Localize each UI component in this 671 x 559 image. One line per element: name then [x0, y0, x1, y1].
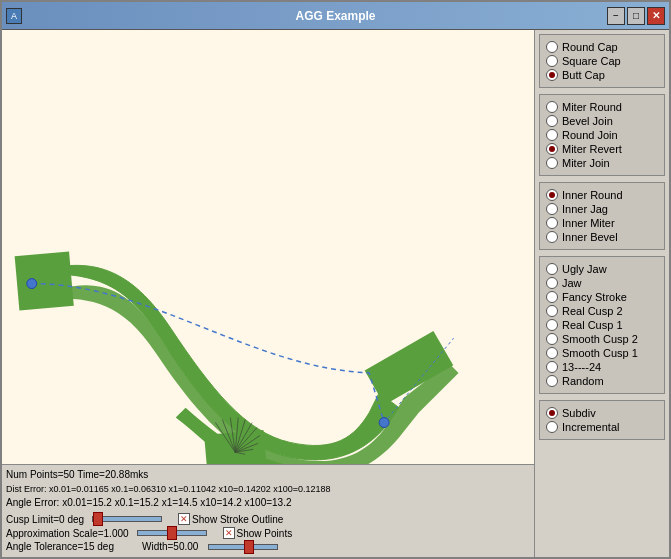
round-join-label: Round Join [562, 129, 618, 141]
square-cap-radio[interactable] [546, 55, 558, 67]
inner-miter-item[interactable]: Inner Miter [546, 217, 658, 229]
approx-scale-label: Approximation Scale=1.000 [6, 528, 129, 539]
smooth-cusp-1-label: Smooth Cusp 1 [562, 347, 638, 359]
random-item[interactable]: Random [546, 375, 658, 387]
jaw-radio[interactable] [546, 277, 558, 289]
canvas-area: Num Points=50 Time=20.88mks Dist Error: … [2, 30, 534, 557]
miter-round-label: Miter Round [562, 101, 622, 113]
inner-jag-radio[interactable] [546, 203, 558, 215]
ugly-jaw-label: Ugly Jaw [562, 263, 607, 275]
round-cap-item[interactable]: Round Cap [546, 41, 658, 53]
cusp-group: Ugly Jaw Jaw Fancy Stroke Real Cusp 2 Re… [539, 256, 665, 394]
miter-join-label: Miter Join [562, 157, 610, 169]
ugly-jaw-radio[interactable] [546, 263, 558, 275]
cusp-limit-row: Cusp Limit=0 deg Show Stroke Outline [6, 513, 530, 525]
show-stroke-checkbox-row: Show Stroke Outline [178, 513, 283, 525]
status-line-1: Num Points=50 Time=20.88mks [6, 468, 530, 482]
dash-13-radio[interactable] [546, 361, 558, 373]
real-cusp-1-radio[interactable] [546, 319, 558, 331]
jaw-item[interactable]: Jaw [546, 277, 658, 289]
subdiv-group: Subdiv Incremental [539, 400, 665, 440]
butt-cap-radio[interactable] [546, 69, 558, 81]
random-label: Random [562, 375, 604, 387]
fancy-stroke-label: Fancy Stroke [562, 291, 627, 303]
inner-miter-label: Inner Miter [562, 217, 615, 229]
subdiv-label: Subdiv [562, 407, 596, 419]
inner-jag-label: Inner Jag [562, 203, 608, 215]
angle-width-row: Angle Tolerance=15 deg Width=50.00 [6, 541, 530, 552]
title-bar-left: A [6, 8, 22, 24]
maximize-button[interactable]: □ [627, 7, 645, 25]
miter-revert-radio[interactable] [546, 143, 558, 155]
round-join-radio[interactable] [546, 129, 558, 141]
dash-13-label: 13----24 [562, 361, 601, 373]
window-title: AGG Example [295, 9, 375, 23]
inner-round-radio[interactable] [546, 189, 558, 201]
bevel-join-label: Bevel Join [562, 115, 613, 127]
svg-rect-1 [15, 251, 74, 310]
dash-13-item[interactable]: 13----24 [546, 361, 658, 373]
bevel-join-radio[interactable] [546, 115, 558, 127]
jaw-label: Jaw [562, 277, 582, 289]
cusp-limit-slider[interactable] [92, 516, 162, 522]
show-points-checkbox[interactable] [223, 527, 235, 539]
square-cap-label: Square Cap [562, 55, 621, 67]
svg-point-5 [27, 279, 37, 289]
square-cap-item[interactable]: Square Cap [546, 55, 658, 67]
smooth-cusp-2-item[interactable]: Smooth Cusp 2 [546, 333, 658, 345]
inner-jag-item[interactable]: Inner Jag [546, 203, 658, 215]
miter-revert-label: Miter Revert [562, 143, 622, 155]
close-button[interactable]: ✕ [647, 7, 665, 25]
main-window: A AGG Example − □ ✕ [0, 0, 671, 559]
round-cap-label: Round Cap [562, 41, 618, 53]
miter-revert-item[interactable]: Miter Revert [546, 143, 658, 155]
approx-scale-slider[interactable] [137, 530, 207, 536]
content-area: Num Points=50 Time=20.88mks Dist Error: … [2, 30, 669, 557]
title-buttons: − □ ✕ [607, 7, 665, 25]
miter-round-radio[interactable] [546, 101, 558, 113]
show-stroke-label: Show Stroke Outline [192, 514, 283, 525]
butt-cap-item[interactable]: Butt Cap [546, 69, 658, 81]
show-points-checkbox-row: Show Points [223, 527, 293, 539]
approx-scale-row: Approximation Scale=1.000 Show Points [6, 527, 530, 539]
join-group: Miter Round Bevel Join Round Join Miter … [539, 94, 665, 176]
round-cap-radio[interactable] [546, 41, 558, 53]
miter-join-radio[interactable] [546, 157, 558, 169]
real-cusp-2-radio[interactable] [546, 305, 558, 317]
incremental-radio[interactable] [546, 421, 558, 433]
random-radio[interactable] [546, 375, 558, 387]
round-join-item[interactable]: Round Join [546, 129, 658, 141]
inner-round-item[interactable]: Inner Round [546, 189, 658, 201]
inner-bevel-item[interactable]: Inner Bevel [546, 231, 658, 243]
smooth-cusp-1-radio[interactable] [546, 347, 558, 359]
inner-group: Inner Round Inner Jag Inner Miter Inner … [539, 182, 665, 250]
inner-miter-radio[interactable] [546, 217, 558, 229]
ugly-jaw-item[interactable]: Ugly Jaw [546, 263, 658, 275]
width-slider[interactable] [208, 544, 278, 550]
real-cusp-2-label: Real Cusp 2 [562, 305, 623, 317]
show-stroke-checkbox[interactable] [178, 513, 190, 525]
width-label: Width=50.00 [142, 541, 198, 552]
show-points-label: Show Points [237, 528, 293, 539]
cap-group: Round Cap Square Cap Butt Cap [539, 34, 665, 88]
miter-round-item[interactable]: Miter Round [546, 101, 658, 113]
bottom-controls: Num Points=50 Time=20.88mks Dist Error: … [2, 464, 534, 557]
miter-join-item[interactable]: Miter Join [546, 157, 658, 169]
minimize-button[interactable]: − [607, 7, 625, 25]
subdiv-radio[interactable] [546, 407, 558, 419]
real-cusp-1-item[interactable]: Real Cusp 1 [546, 319, 658, 331]
fancy-stroke-radio[interactable] [546, 291, 558, 303]
butt-cap-label: Butt Cap [562, 69, 605, 81]
subdiv-item[interactable]: Subdiv [546, 407, 658, 419]
smooth-cusp-1-item[interactable]: Smooth Cusp 1 [546, 347, 658, 359]
status-line-3: Angle Error: x0.01=15.2 x0.1=15.2 x1=14.… [6, 496, 530, 510]
smooth-cusp-2-radio[interactable] [546, 333, 558, 345]
incremental-label: Incremental [562, 421, 619, 433]
fancy-stroke-item[interactable]: Fancy Stroke [546, 291, 658, 303]
right-panel: Round Cap Square Cap Butt Cap Miter Roun… [534, 30, 669, 557]
real-cusp-2-item[interactable]: Real Cusp 2 [546, 305, 658, 317]
svg-point-6 [379, 418, 389, 428]
incremental-item[interactable]: Incremental [546, 421, 658, 433]
bevel-join-item[interactable]: Bevel Join [546, 115, 658, 127]
inner-bevel-radio[interactable] [546, 231, 558, 243]
